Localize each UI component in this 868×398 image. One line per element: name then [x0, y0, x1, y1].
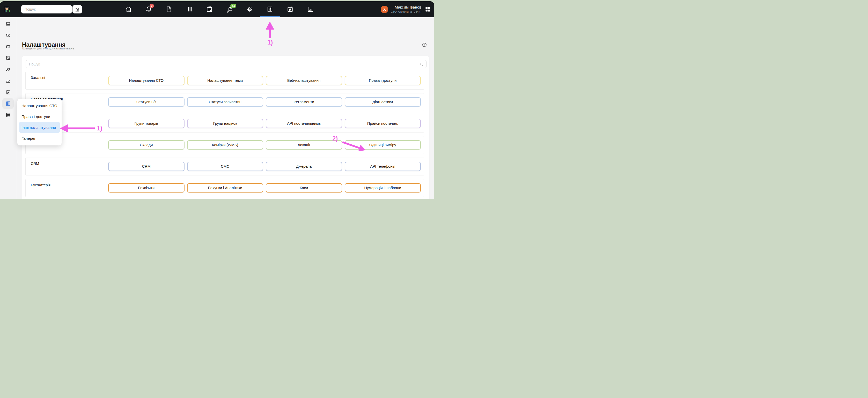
- nav-settings-active[interactable]: [260, 1, 280, 17]
- app-logo-avatar[interactable]: [4, 6, 10, 12]
- nav-tasks[interactable]: 44: [219, 1, 240, 17]
- settings-button[interactable]: СМС: [187, 162, 264, 171]
- user-avatar[interactable]: [381, 6, 388, 13]
- settings-button[interactable]: API телефонія: [345, 162, 421, 171]
- settings-section-row: Бухгалтерія РеквізитиРахунки і Аналітики…: [25, 179, 424, 197]
- nav-reports[interactable]: [300, 1, 320, 17]
- bank-icon: [75, 7, 80, 12]
- sidebar-item-server[interactable]: [2, 109, 14, 121]
- settings-button[interactable]: Права і доступи: [345, 76, 421, 85]
- user-block[interactable]: Максим Іванов СТО Клекотина (9444): [381, 1, 431, 17]
- search-icon: [419, 62, 424, 66]
- sliders-icon: [267, 6, 273, 13]
- nav-icon-row: 2 44: [119, 1, 320, 17]
- section-buttons: СкладиКомірки (WMS)ЛокаціїОдиниці виміру: [108, 140, 421, 150]
- settings-button[interactable]: Нумерація і шаблони: [345, 183, 421, 192]
- settings-button[interactable]: Локації: [266, 140, 342, 150]
- settings-button[interactable]: Реквізити: [108, 183, 185, 192]
- dropdown-menu-item[interactable]: Налаштування СТО: [19, 100, 60, 111]
- laptop-icon: [5, 21, 11, 27]
- nav-gear-settings[interactable]: [240, 1, 260, 17]
- user-organization: СТО Клекотина (9444): [391, 10, 421, 13]
- sidebar-item-laptop[interactable]: [2, 18, 14, 30]
- settings-sections: Загальні Налаштування СТОНалаштування те…: [25, 72, 424, 197]
- settings-search-button[interactable]: [416, 60, 426, 68]
- settings-button[interactable]: Регламенти: [266, 97, 342, 106]
- users-icon: [5, 67, 11, 72]
- speedometer-icon: [5, 33, 11, 38]
- settings-button[interactable]: Джерела: [266, 162, 342, 171]
- settings-button[interactable]: Прайси постачал.: [345, 119, 421, 128]
- bar-chart-icon: [307, 6, 314, 13]
- settings-section-row: CRM CRMСМСДжерелаAPI телефонія: [25, 158, 424, 176]
- settings-button[interactable]: API постачальників: [266, 119, 342, 128]
- section-buttons: CRMСМСДжерелаAPI телефонія: [108, 162, 421, 171]
- settings-search: [26, 60, 427, 68]
- section-buttons: Статуси н/зСтатуси запчастинРегламентиДі…: [108, 97, 421, 106]
- nav-planner[interactable]: [199, 1, 219, 17]
- settings-button[interactable]: Діагностики: [345, 97, 421, 106]
- settings-button[interactable]: CRM: [108, 162, 185, 171]
- apps-grid-button[interactable]: [425, 6, 431, 12]
- global-search-input[interactable]: [21, 7, 73, 11]
- settings-search-input[interactable]: [26, 60, 416, 68]
- sidebar: [0, 17, 16, 199]
- settings-button[interactable]: Комірки (WMS): [187, 140, 264, 150]
- nav-new-document[interactable]: [159, 1, 179, 17]
- sidebar-item-sliders[interactable]: [2, 98, 14, 109]
- section-label: CRM: [31, 161, 39, 165]
- main-area: Налаштування Швидкий доступ до налаштува…: [0, 17, 434, 199]
- file-plus-icon: [166, 6, 173, 13]
- barcode-icon: [186, 6, 192, 13]
- sidebar-item-calendar-person[interactable]: [2, 86, 14, 98]
- settings-button[interactable]: Склади: [108, 140, 185, 150]
- nav-barcode[interactable]: [179, 1, 199, 17]
- tasks-badge: 44: [230, 4, 236, 8]
- section-label: Бухгалтерія: [31, 183, 51, 187]
- user-icon: [382, 7, 386, 12]
- settings-section-row: Загальні Налаштування СТОНалаштування те…: [25, 72, 424, 90]
- settings-button[interactable]: Налаштування СТО: [108, 76, 185, 85]
- sidebar-item-document-person[interactable]: [2, 52, 14, 64]
- calendar-person-icon: [5, 90, 11, 95]
- section-buttons: Налаштування СТОНалаштування темиВеб-нал…: [108, 76, 421, 85]
- sidebar-item-line-chart[interactable]: [2, 75, 14, 86]
- settings-button[interactable]: Статуси запчастин: [187, 97, 264, 106]
- settings-button[interactable]: Налаштування теми: [187, 76, 264, 85]
- dropdown-menu-item[interactable]: Права і доступи: [19, 111, 60, 122]
- calendar-check-icon: [206, 6, 213, 13]
- dropdown-menu-item[interactable]: Інші налаштування: [19, 122, 60, 133]
- inbox-icon: [5, 44, 11, 50]
- grid-icon: [425, 6, 431, 12]
- nav-notifications[interactable]: 2: [139, 1, 159, 17]
- global-search: [21, 5, 72, 13]
- settings-button[interactable]: Веб-налаштування: [266, 76, 342, 85]
- home-icon: [125, 6, 132, 13]
- bank-button[interactable]: [72, 5, 82, 13]
- calendar-person-icon: [287, 6, 293, 13]
- sidebar-item-users[interactable]: [2, 64, 14, 75]
- help-button[interactable]: [422, 42, 427, 48]
- sliders-icon: [5, 101, 11, 106]
- settings-button[interactable]: Каси: [266, 183, 342, 192]
- nav-home[interactable]: [119, 1, 139, 17]
- user-name: Максим Іванов: [395, 5, 421, 10]
- server-icon: [5, 112, 11, 118]
- sidebar-item-speedometer[interactable]: [2, 30, 14, 41]
- settings-button[interactable]: Групи націнок: [187, 119, 264, 128]
- nav-appointments[interactable]: [280, 1, 300, 17]
- notifications-badge: 2: [150, 4, 154, 8]
- dropdown-menu-item[interactable]: Галерея: [19, 133, 60, 144]
- question-circle-icon: [422, 42, 427, 48]
- settings-button[interactable]: Статуси н/з: [108, 97, 185, 106]
- gear-icon: [246, 6, 253, 13]
- section-label: Загальні: [31, 75, 45, 80]
- settings-button[interactable]: Рахунки і Аналітики: [187, 183, 264, 192]
- settings-section-row: Наряд-замовлення Статуси н/зСтатуси запч…: [25, 93, 424, 111]
- section-buttons: Групи товарівГрупи націнокAPI постачальн…: [108, 119, 421, 128]
- line-chart-icon: [5, 78, 11, 84]
- sidebar-item-inbox[interactable]: [2, 41, 14, 52]
- settings-section-row: Групи товарівГрупи націнокAPI постачальн…: [25, 115, 424, 132]
- settings-button[interactable]: Одиниці виміру: [345, 140, 421, 150]
- settings-button[interactable]: Групи товарів: [108, 119, 185, 128]
